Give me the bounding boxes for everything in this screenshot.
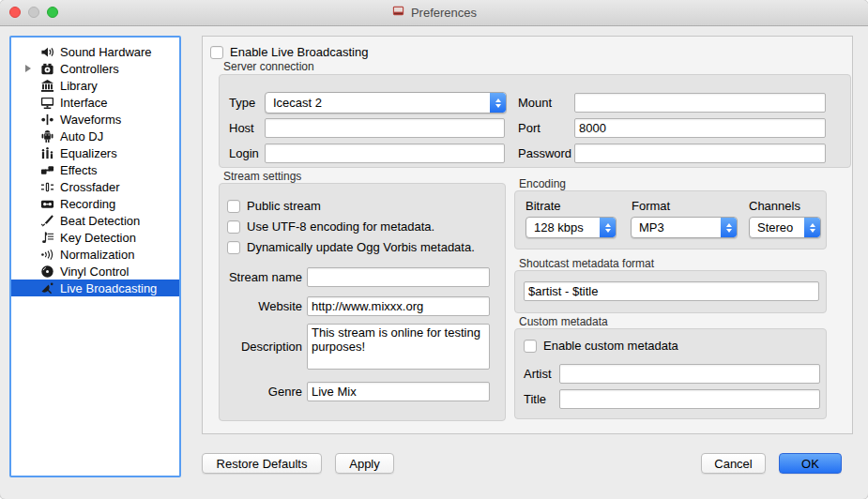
window-title: Preferences — [411, 6, 477, 20]
sidebar-item-label: Waveforms — [60, 113, 121, 127]
shoutcast-metadata-title: Shoutcast metadata format — [519, 257, 654, 270]
sidebar-item-label: Normalization — [60, 248, 134, 262]
type-select-value: Icecast 2 — [266, 96, 490, 110]
enable-custom-metadata-label: Enable custom metadata — [543, 339, 678, 353]
format-select[interactable]: MP3 — [631, 217, 738, 238]
preferences-window: Preferences Sound HardwareControllersLib… — [0, 0, 868, 499]
genre-input[interactable] — [307, 382, 490, 401]
sidebar-item-label: Effects — [60, 163, 98, 177]
channels-select-value: Stereo — [750, 220, 804, 234]
stepper-icon — [490, 93, 506, 113]
utf8-metadata-checkbox[interactable] — [227, 220, 240, 234]
stream-name-input[interactable] — [307, 267, 490, 287]
enable-custom-metadata-row: Enable custom metadata — [524, 339, 678, 353]
sidebar-item-label: Recording — [60, 197, 115, 211]
title-area: Preferences — [0, 0, 868, 25]
speaker-icon — [39, 45, 54, 59]
sidebar-item-vinyl-control[interactable]: Vinyl Control — [11, 263, 179, 280]
website-input[interactable] — [307, 296, 490, 316]
sidebar-item-label: Vinyl Control — [60, 265, 129, 279]
sidebar-item-beat-detection[interactable]: Beat Detection — [11, 212, 179, 229]
custom-metadata-group: Enable custom metadata Artist Title — [514, 328, 827, 419]
music-key-icon — [39, 231, 54, 245]
login-input[interactable] — [265, 144, 505, 163]
sidebar-item-library[interactable]: Library — [11, 77, 179, 94]
crossfader-icon — [39, 180, 54, 194]
stepper-icon — [721, 218, 737, 237]
enable-custom-metadata-checkbox[interactable] — [524, 340, 537, 353]
sidebar-item-sound-hardware[interactable]: Sound Hardware — [11, 43, 179, 60]
shoutcast-format-input[interactable] — [524, 281, 819, 301]
artist-label: Artist — [524, 367, 552, 381]
beat-tool-icon — [39, 214, 54, 228]
apply-button[interactable]: Apply — [335, 453, 394, 474]
sidebar-item-equalizers[interactable]: Equalizers — [11, 144, 179, 161]
sidebar-item-key-detection[interactable]: Key Detection — [11, 229, 179, 246]
description-textarea[interactable] — [307, 324, 490, 370]
port-input[interactable] — [574, 118, 826, 138]
public-stream-label: Public stream — [247, 199, 321, 213]
sidebar-item-waveforms[interactable]: Waveforms — [11, 111, 179, 128]
type-label: Type — [229, 96, 255, 110]
genre-label: Genre — [220, 385, 302, 399]
stepper-icon — [600, 218, 616, 237]
preferences-sidebar: Sound HardwareControllersLibraryInterfac… — [9, 36, 181, 477]
server-connection-title: Server connection — [223, 60, 314, 73]
sidebar-item-interface[interactable]: Interface — [11, 94, 179, 111]
cancel-button[interactable]: Cancel — [701, 453, 766, 474]
disclosure-triangle-icon[interactable] — [17, 65, 39, 72]
sidebar-item-label: Sound Hardware — [60, 45, 152, 59]
mount-label: Mount — [518, 96, 552, 110]
public-stream-checkbox[interactable] — [227, 200, 240, 213]
sidebar-item-live-broadcasting[interactable]: Live Broadcasting — [11, 280, 179, 296]
utf8-metadata-row: Use UTF-8 encoding for metadata. — [227, 219, 434, 234]
password-label: Password — [518, 146, 571, 160]
equalizer-icon — [39, 146, 54, 160]
ok-button[interactable]: OK — [779, 453, 842, 474]
monitor-icon — [39, 96, 54, 110]
channels-label: Channels — [749, 199, 800, 213]
host-input[interactable] — [265, 118, 505, 138]
website-label: Website — [220, 299, 302, 313]
enable-live-broadcasting-checkbox[interactable] — [210, 46, 223, 59]
sidebar-item-label: Beat Detection — [60, 214, 140, 228]
ogg-vorbis-label: Dynamically update Ogg Vorbis metadata. — [247, 240, 475, 254]
ogg-vorbis-checkbox[interactable] — [227, 241, 240, 254]
cassette-icon — [39, 197, 54, 211]
type-select[interactable]: Icecast 2 — [265, 92, 507, 113]
stepper-icon — [804, 218, 820, 237]
encoding-title: Encoding — [519, 177, 566, 190]
password-input[interactable] — [574, 144, 826, 163]
restore-defaults-button[interactable]: Restore Defaults — [202, 453, 322, 474]
port-label: Port — [518, 121, 541, 135]
waveform-icon — [39, 113, 54, 127]
sidebar-item-auto-dj[interactable]: Auto DJ — [11, 128, 179, 144]
public-stream-row: Public stream — [227, 199, 321, 213]
shoutcast-metadata-group — [514, 270, 827, 313]
enable-live-broadcasting-row: Enable Live Broadcasting — [210, 45, 368, 59]
robot-icon — [39, 129, 54, 144]
artist-input[interactable] — [559, 364, 820, 384]
sidebar-item-crossfader[interactable]: Crossfader — [11, 178, 179, 195]
sidebar-item-label: Live Broadcasting — [60, 281, 157, 295]
live-broadcasting-panel: Enable Live Broadcasting Server connecti… — [202, 36, 853, 434]
effects-icon — [39, 163, 54, 177]
sidebar-item-effects[interactable]: Effects — [11, 161, 179, 178]
titlebar[interactable]: Preferences — [0, 0, 868, 26]
encoding-group: Bitrate 128 kbps Format MP3 Channels Ste… — [514, 190, 827, 250]
sidebar-item-controllers[interactable]: Controllers — [11, 60, 179, 77]
bitrate-select[interactable]: 128 kbps — [525, 217, 617, 238]
server-connection-group: Type Icecast 2 Host Login Mount Port Pas… — [219, 74, 851, 168]
app-icon — [391, 4, 405, 22]
channels-select[interactable]: Stereo — [749, 217, 821, 238]
sidebar-item-label: Crossfader — [60, 180, 120, 194]
description-label: Description — [220, 340, 302, 354]
library-icon — [39, 79, 54, 93]
stream-settings-group: Public stream Use UTF-8 encoding for met… — [219, 183, 506, 421]
sidebar-item-label: Key Detection — [60, 231, 136, 245]
format-select-value: MP3 — [632, 220, 721, 234]
sidebar-item-normalization[interactable]: Normalization — [11, 246, 179, 263]
title-input[interactable] — [559, 389, 820, 409]
mount-input[interactable] — [574, 93, 826, 113]
sidebar-item-recording[interactable]: Recording — [11, 195, 179, 212]
